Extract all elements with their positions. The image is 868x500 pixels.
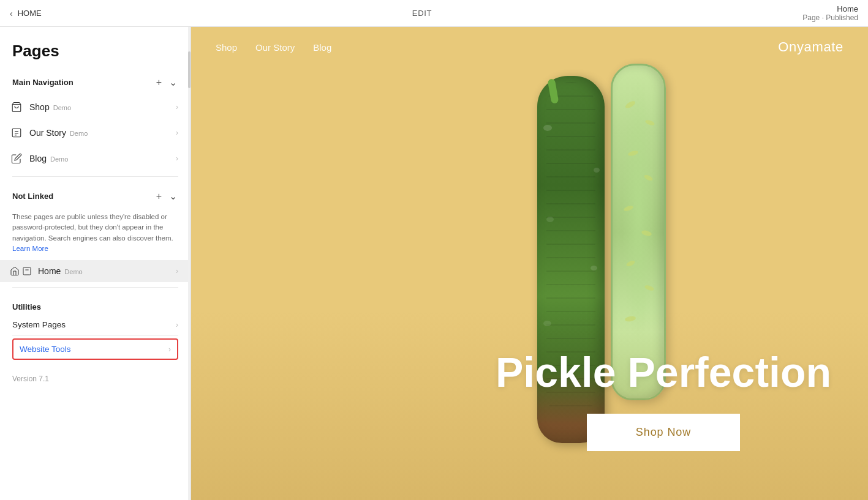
top-bar: ‹ HOME EDIT Home Page · Published [0, 0, 868, 27]
sidebar: Pages Main Navigation + ⌄ Shop Demo › [0, 27, 191, 500]
back-arrow-icon[interactable]: ‹ [10, 9, 13, 18]
page-title: Home [802, 4, 858, 13]
hero-content: Pickle Perfection Shop Now [496, 349, 831, 451]
main-nav-label: Main Navigation [12, 78, 74, 87]
edit-label[interactable]: EDIT [412, 9, 432, 18]
home-item-arrow: › [176, 267, 178, 275]
sidebar-item-home[interactable]: Home Demo › [0, 260, 191, 282]
utilities-divider [12, 287, 178, 288]
collapse-nav-button[interactable]: ⌄ [168, 75, 178, 89]
preview-area: Shop Our Story Blog Onyamate [191, 27, 868, 500]
home-label[interactable]: HOME [18, 9, 42, 18]
our-story-item-text: Our Story Demo [29, 128, 176, 138]
hero-title: Pickle Perfection [496, 349, 831, 395]
shop-now-button[interactable]: Shop Now [587, 414, 740, 451]
website-tools-item[interactable]: Website Tools › [12, 338, 178, 360]
collapse-not-linked-button[interactable]: ⌄ [168, 189, 178, 203]
add-nav-item-button[interactable]: + [155, 76, 163, 89]
site-nav-our-story[interactable]: Our Story [255, 42, 295, 53]
system-pages-item[interactable]: System Pages › [12, 314, 178, 336]
home-item-text: Home Demo [38, 266, 176, 276]
our-story-item-arrow: › [176, 129, 178, 137]
sidebar-header: Pages [0, 27, 191, 68]
system-pages-arrow: › [176, 321, 178, 329]
shop-item-arrow: › [176, 103, 178, 111]
utilities-title: Utilities [12, 302, 178, 312]
svg-rect-5 [23, 267, 31, 275]
cart-icon [10, 100, 23, 114]
utilities-section: Utilities System Pages › Website Tools › [0, 293, 191, 367]
sidebar-title: Pages [12, 42, 178, 61]
version-text: Version 7.1 [0, 367, 191, 390]
sidebar-item-our-story[interactable]: Our Story Demo › [0, 120, 191, 146]
section-actions: + ⌄ [155, 75, 178, 89]
not-linked-description: These pages are public unless they're di… [0, 208, 191, 260]
site-brand: Onyamate [778, 39, 843, 55]
blog-item-arrow: › [176, 154, 178, 163]
svg-rect-1 [12, 129, 21, 137]
main-nav-section-header: Main Navigation + ⌄ [0, 68, 191, 94]
site-nav-blog[interactable]: Blog [313, 42, 331, 53]
section-divider [12, 176, 178, 177]
site-nav-shop[interactable]: Shop [216, 42, 237, 53]
page-status: Page · Published [802, 13, 858, 22]
add-not-linked-button[interactable]: + [155, 190, 163, 203]
edit-icon [10, 152, 23, 165]
not-linked-actions: + ⌄ [155, 189, 178, 203]
page-icon [10, 126, 23, 140]
website-tools-arrow: › [168, 345, 171, 354]
home-item-icons [10, 266, 32, 276]
top-bar-left: ‹ HOME [10, 9, 42, 18]
site-nav-links: Shop Our Story Blog [216, 42, 331, 53]
learn-more-link[interactable]: Learn More [12, 245, 48, 252]
main-layout: Pages Main Navigation + ⌄ Shop Demo › [0, 27, 868, 500]
sidebar-item-shop[interactable]: Shop Demo › [0, 94, 191, 120]
page-info: Home Page · Published [802, 4, 858, 22]
not-linked-section-header: Not Linked + ⌄ [0, 182, 191, 208]
shop-item-text: Shop Demo [29, 102, 176, 112]
not-linked-label: Not Linked [12, 192, 53, 201]
blog-item-text: Blog Demo [29, 154, 176, 163]
site-nav: Shop Our Story Blog Onyamate [191, 27, 868, 67]
sidebar-item-blog[interactable]: Blog Demo › [0, 146, 191, 171]
